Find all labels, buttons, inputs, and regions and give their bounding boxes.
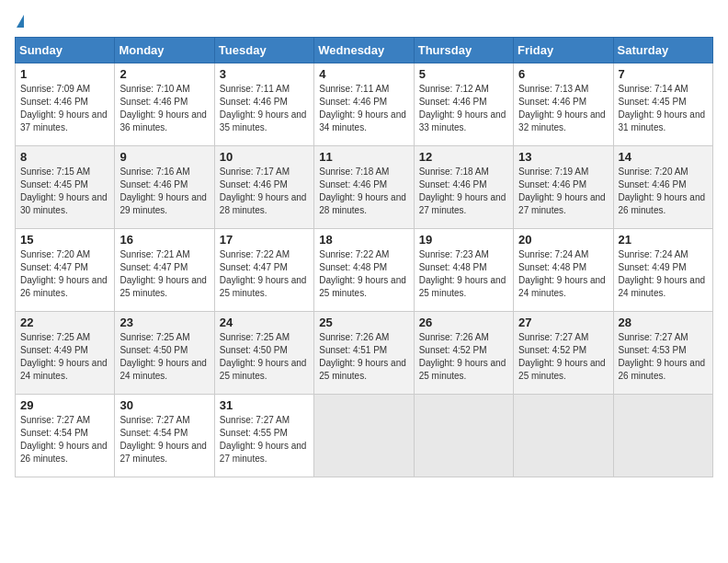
daylight-hours: Daylight: 9 hours and 25 minutes.	[220, 358, 307, 381]
sunset-time: Sunset: 4:46 PM	[319, 97, 387, 107]
calendar-cell: 22Sunrise: 7:25 AMSunset: 4:49 PMDayligh…	[16, 312, 115, 395]
day-info: Sunrise: 7:27 AMSunset: 4:53 PMDaylight:…	[619, 331, 708, 383]
day-info: Sunrise: 7:27 AMSunset: 4:55 PMDaylight:…	[220, 414, 309, 465]
calendar-header-sunday: Sunday	[16, 38, 115, 63]
calendar-cell: 1Sunrise: 7:09 AMSunset: 4:46 PMDaylight…	[16, 63, 115, 146]
sunset-time: Sunset: 4:48 PM	[518, 262, 586, 272]
calendar-cell: 6Sunrise: 7:13 AMSunset: 4:46 PMDaylight…	[514, 63, 613, 146]
calendar-cell: 3Sunrise: 7:11 AMSunset: 4:46 PMDaylight…	[214, 63, 313, 146]
sunrise-time: Sunrise: 7:27 AM	[119, 415, 189, 425]
sunset-time: Sunset: 4:49 PM	[619, 262, 687, 272]
calendar-cell: 14Sunrise: 7:20 AMSunset: 4:46 PMDayligh…	[613, 146, 712, 229]
day-info: Sunrise: 7:21 AMSunset: 4:47 PMDaylight:…	[119, 248, 209, 300]
day-number: 2	[119, 67, 209, 81]
calendar-week-1: 1Sunrise: 7:09 AMSunset: 4:46 PMDaylight…	[16, 63, 713, 146]
sunset-time: Sunset: 4:54 PM	[119, 428, 188, 438]
calendar-cell: 23Sunrise: 7:25 AMSunset: 4:50 PMDayligh…	[115, 312, 214, 395]
calendar-header-friday: Friday	[514, 38, 613, 63]
sunset-time: Sunset: 4:47 PM	[220, 262, 288, 272]
sunset-time: Sunset: 4:46 PM	[220, 97, 288, 107]
daylight-hours: Daylight: 9 hours and 26 minutes.	[20, 441, 108, 464]
day-number: 7	[619, 67, 708, 81]
sunset-time: Sunset: 4:46 PM	[619, 179, 687, 190]
calendar-cell: 26Sunrise: 7:26 AMSunset: 4:52 PMDayligh…	[414, 312, 513, 395]
sunrise-time: Sunrise: 7:14 AM	[619, 84, 688, 94]
sunrise-time: Sunrise: 7:22 AM	[319, 249, 389, 259]
calendar-header-wednesday: Wednesday	[314, 38, 414, 63]
day-info: Sunrise: 7:24 AMSunset: 4:49 PMDaylight:…	[619, 248, 708, 300]
daylight-hours: Daylight: 9 hours and 24 minutes.	[119, 358, 207, 381]
header	[15, 15, 713, 28]
sunrise-time: Sunrise: 7:10 AM	[119, 84, 189, 94]
daylight-hours: Daylight: 9 hours and 24 minutes.	[619, 275, 706, 298]
day-info: Sunrise: 7:16 AMSunset: 4:46 PMDaylight:…	[119, 166, 209, 217]
day-number: 8	[20, 150, 109, 164]
daylight-hours: Daylight: 9 hours and 24 minutes.	[20, 358, 108, 381]
calendar-week-3: 15Sunrise: 7:20 AMSunset: 4:47 PMDayligh…	[16, 229, 713, 312]
calendar-header-saturday: Saturday	[613, 38, 712, 63]
sunrise-time: Sunrise: 7:26 AM	[419, 332, 489, 342]
sunrise-time: Sunrise: 7:19 AM	[518, 167, 588, 177]
sunset-time: Sunset: 4:50 PM	[119, 345, 188, 355]
sunrise-time: Sunrise: 7:22 AM	[220, 249, 290, 259]
sunset-time: Sunset: 4:50 PM	[220, 345, 288, 355]
calendar: SundayMondayTuesdayWednesdayThursdayFrid…	[15, 37, 713, 477]
calendar-cell: 31Sunrise: 7:27 AMSunset: 4:55 PMDayligh…	[214, 395, 313, 477]
sunrise-time: Sunrise: 7:25 AM	[119, 332, 189, 342]
day-number: 15	[20, 233, 109, 247]
sunset-time: Sunset: 4:46 PM	[119, 179, 188, 190]
calendar-cell: 8Sunrise: 7:15 AMSunset: 4:45 PMDaylight…	[16, 146, 115, 229]
day-info: Sunrise: 7:20 AMSunset: 4:47 PMDaylight:…	[20, 248, 109, 300]
calendar-cell: 13Sunrise: 7:19 AMSunset: 4:46 PMDayligh…	[514, 146, 613, 229]
sunset-time: Sunset: 4:54 PM	[20, 428, 88, 438]
calendar-cell: 4Sunrise: 7:11 AMSunset: 4:46 PMDaylight…	[314, 63, 414, 146]
day-info: Sunrise: 7:15 AMSunset: 4:45 PMDaylight:…	[20, 166, 109, 217]
sunrise-time: Sunrise: 7:27 AM	[518, 332, 588, 342]
sunset-time: Sunset: 4:45 PM	[20, 179, 88, 190]
daylight-hours: Daylight: 9 hours and 33 minutes.	[419, 109, 506, 132]
day-info: Sunrise: 7:27 AMSunset: 4:54 PMDaylight:…	[119, 414, 209, 465]
sunset-time: Sunset: 4:53 PM	[619, 345, 687, 355]
daylight-hours: Daylight: 9 hours and 24 minutes.	[518, 275, 606, 298]
sunrise-time: Sunrise: 7:25 AM	[20, 332, 90, 342]
daylight-hours: Daylight: 9 hours and 32 minutes.	[518, 109, 606, 132]
daylight-hours: Daylight: 9 hours and 26 minutes.	[619, 192, 706, 215]
sunrise-time: Sunrise: 7:09 AM	[20, 84, 90, 94]
sunrise-time: Sunrise: 7:18 AM	[419, 167, 489, 177]
calendar-cell: 24Sunrise: 7:25 AMSunset: 4:50 PMDayligh…	[214, 312, 313, 395]
sunrise-time: Sunrise: 7:27 AM	[220, 415, 290, 425]
daylight-hours: Daylight: 9 hours and 35 minutes.	[220, 109, 307, 132]
calendar-week-4: 22Sunrise: 7:25 AMSunset: 4:49 PMDayligh…	[16, 312, 713, 395]
sunrise-time: Sunrise: 7:20 AM	[619, 167, 688, 177]
day-number: 9	[119, 150, 209, 164]
day-info: Sunrise: 7:12 AMSunset: 4:46 PMDaylight:…	[419, 83, 508, 134]
sunset-time: Sunset: 4:46 PM	[319, 179, 387, 190]
daylight-hours: Daylight: 9 hours and 25 minutes.	[419, 358, 506, 381]
day-number: 26	[419, 316, 508, 329]
sunset-time: Sunset: 4:45 PM	[619, 97, 687, 107]
day-info: Sunrise: 7:25 AMSunset: 4:50 PMDaylight:…	[119, 331, 209, 383]
daylight-hours: Daylight: 9 hours and 25 minutes.	[319, 358, 406, 381]
sunrise-time: Sunrise: 7:24 AM	[518, 249, 588, 259]
day-number: 6	[518, 67, 608, 81]
daylight-hours: Daylight: 9 hours and 25 minutes.	[518, 358, 606, 381]
day-info: Sunrise: 7:19 AMSunset: 4:46 PMDaylight:…	[518, 166, 608, 217]
calendar-cell: 5Sunrise: 7:12 AMSunset: 4:46 PMDaylight…	[414, 63, 513, 146]
sunset-time: Sunset: 4:52 PM	[419, 345, 487, 355]
sunrise-time: Sunrise: 7:23 AM	[419, 249, 489, 259]
sunset-time: Sunset: 4:46 PM	[419, 97, 487, 107]
sunset-time: Sunset: 4:46 PM	[419, 179, 487, 190]
day-number: 1	[20, 67, 109, 81]
daylight-hours: Daylight: 9 hours and 30 minutes.	[20, 192, 108, 215]
sunrise-time: Sunrise: 7:11 AM	[220, 84, 290, 94]
daylight-hours: Daylight: 9 hours and 27 minutes.	[220, 441, 307, 464]
calendar-header-tuesday: Tuesday	[214, 38, 313, 63]
daylight-hours: Daylight: 9 hours and 34 minutes.	[319, 109, 406, 132]
day-info: Sunrise: 7:13 AMSunset: 4:46 PMDaylight:…	[518, 83, 608, 134]
calendar-header-thursday: Thursday	[414, 38, 513, 63]
day-number: 27	[518, 316, 608, 329]
daylight-hours: Daylight: 9 hours and 26 minutes.	[20, 275, 108, 298]
calendar-cell: 19Sunrise: 7:23 AMSunset: 4:48 PMDayligh…	[414, 229, 513, 312]
day-number: 3	[220, 67, 309, 81]
day-number: 17	[220, 233, 309, 247]
